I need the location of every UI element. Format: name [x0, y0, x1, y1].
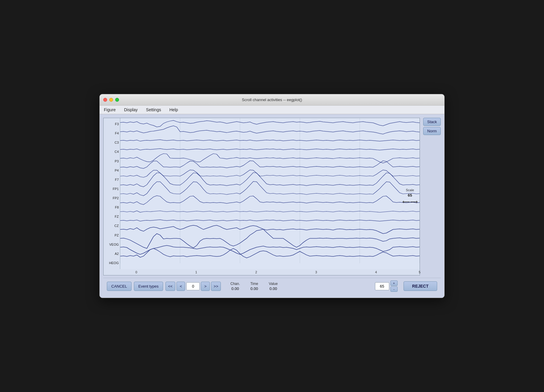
minimize-button[interactable]	[109, 98, 113, 102]
x-tick-4: 4	[375, 270, 377, 274]
ch-label-F3: F3	[104, 123, 120, 126]
scale-value-input[interactable]: 65	[375, 282, 389, 290]
event-types-button[interactable]: Event types	[134, 282, 163, 291]
nav-next-next-button[interactable]: >>	[211, 282, 221, 291]
scale-label: Scale	[406, 188, 414, 192]
ch-label-C4: C4	[104, 150, 120, 153]
eeg-svg	[120, 118, 420, 269]
x-tick-5: 5	[419, 270, 420, 274]
info-group: Chan. 0.00 Time 0.00 Value 0.00	[228, 282, 280, 291]
value-label: Value	[269, 282, 278, 286]
time-info: Time 0.00	[247, 282, 261, 291]
close-button[interactable]	[103, 98, 107, 102]
chan-info: Chan. 0.00	[228, 282, 242, 291]
scale-increase-button[interactable]: +	[390, 280, 398, 286]
main-window: Scroll channel activities -- eegplot() F…	[99, 94, 445, 298]
nav-position-input[interactable]: 0	[186, 282, 200, 290]
nav-prev-button[interactable]: <	[176, 282, 185, 291]
traffic-lights	[103, 98, 119, 102]
x-tick-3: 3	[315, 270, 317, 274]
ch-label-F4: F4	[104, 132, 120, 135]
right-buttons: Stack Norm	[423, 118, 441, 135]
norm-button[interactable]: Norm	[423, 127, 441, 135]
channel-labels: F3 F4 C3 C4 P3 P4 F7 FP1 FP2 F8 FZ CZ PZ…	[104, 118, 120, 269]
x-tick-0: 0	[135, 270, 137, 274]
ch-label-P3: P3	[104, 160, 120, 163]
value-info: Value 0.00	[266, 282, 280, 291]
nav-next-button[interactable]: >	[201, 282, 210, 291]
menubar: Figure Display Settings Help	[100, 106, 444, 114]
titlebar: Scroll channel activities -- eegplot()	[100, 94, 444, 106]
ch-label-A2: A2	[104, 252, 120, 255]
scale-arrow-icon: ⟵⟶	[402, 199, 418, 205]
ch-label-PZ: PZ	[104, 234, 120, 237]
ch-label-F7: F7	[104, 178, 120, 181]
nav-group: << < 0 > >>	[165, 282, 221, 291]
scale-input-group: 65 + -	[375, 280, 398, 292]
x-axis: 0 1 2 3 4 5	[120, 269, 420, 275]
ch-label-C3: C3	[104, 141, 120, 144]
time-value: 0.00	[251, 286, 258, 291]
plot-container: F3 F4 C3 C4 P3 P4 F7 FP1 FP2 F8 FZ CZ PZ…	[103, 118, 420, 275]
chan-value: 0.00	[232, 286, 239, 291]
eeg-plot-area	[120, 118, 420, 269]
chan-label: Chan.	[230, 282, 240, 286]
content-area: Stack Norm F3 F4 C3 C4 P3 P4 F7 FP1 FP2 …	[100, 114, 444, 298]
ch-label-F8: F8	[104, 206, 120, 209]
stack-button[interactable]: Stack	[423, 118, 441, 126]
value-display: 0.00	[270, 286, 277, 291]
ch-label-P4: P4	[104, 169, 120, 172]
cancel-button[interactable]: CANCEL	[107, 282, 132, 291]
window-title: Scroll channel activities -- eegplot()	[103, 98, 441, 102]
menu-settings[interactable]: Settings	[144, 107, 163, 113]
bottom-bar: CANCEL Event types << < 0 > >> Chan. 0.0…	[103, 278, 441, 294]
x-tick-2: 2	[255, 270, 257, 274]
menu-display[interactable]: Display	[122, 107, 140, 113]
time-label: Time	[250, 282, 258, 286]
scale-decrease-button[interactable]: -	[390, 286, 398, 292]
nav-prev-prev-button[interactable]: <<	[165, 282, 175, 291]
menu-help[interactable]: Help	[168, 107, 180, 113]
ch-label-VEOG: VEOG	[104, 243, 120, 246]
reject-button[interactable]: REJECT	[404, 281, 437, 291]
ch-label-HEOG: HEOG	[104, 261, 120, 265]
ch-label-FP2: FP2	[104, 197, 120, 200]
menu-figure[interactable]: Figure	[102, 107, 118, 113]
scale-buttons: + -	[390, 280, 398, 292]
ch-label-FP1: FP1	[104, 187, 120, 191]
ch-label-FZ: FZ	[104, 215, 120, 218]
scale-indicator: Scale 65 ⟵⟶	[400, 188, 420, 205]
x-tick-1: 1	[195, 270, 197, 274]
maximize-button[interactable]	[115, 98, 119, 102]
scale-number: 65	[408, 193, 412, 197]
ch-label-CZ: CZ	[104, 224, 120, 228]
